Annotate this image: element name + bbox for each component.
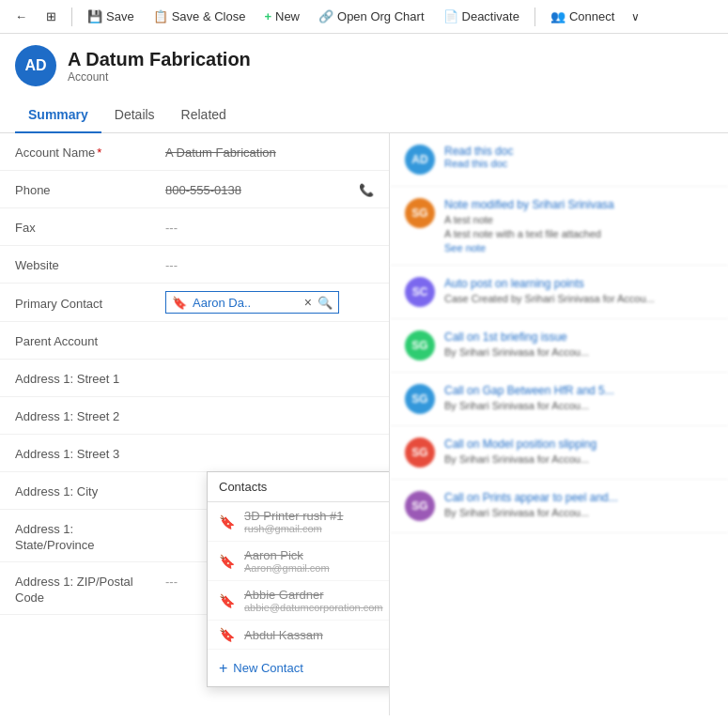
activity-content-0: Read this doc Read this doc — [444, 145, 713, 169]
form-panel: Account Name* A Datum Fabrication Phone … — [0, 133, 390, 715]
primary-contact-lookup[interactable]: 🔖 Aaron Da.. × 🔍 — [165, 291, 339, 314]
contact-item-1[interactable]: 🔖 Aaron Pick Aaron@gmail.com ∨ — [208, 542, 390, 581]
value-address-street3[interactable] — [165, 442, 374, 447]
contact-lookup-dropdown: Contacts Recent records 🔖 3D Printer rus… — [207, 471, 390, 687]
label-primary-contact: Primary Contact — [15, 292, 165, 313]
connect-button[interactable]: 👥 Connect — [543, 6, 622, 27]
save-close-button[interactable]: 📋 Save & Close — [146, 6, 254, 27]
new-button[interactable]: + New — [256, 6, 307, 27]
activity-content-6: Call on Prints appear to peel and... By … — [444, 491, 713, 520]
activity-item-1: SG Note modified by Srihari Srinivasa A … — [390, 187, 728, 266]
value-address-street1[interactable] — [165, 367, 374, 372]
save-button[interactable]: 💾 Save — [80, 6, 142, 27]
activity-sub-2: Case Created by Srihari Srinivasa for Ac… — [444, 292, 713, 306]
label-address-street3: Address 1: Street 3 — [15, 442, 165, 463]
main-content: Account Name* A Datum Fabrication Phone … — [0, 133, 728, 715]
more-actions-button[interactable]: ∨ — [626, 7, 645, 27]
value-account-name[interactable]: A Datum Fabrication — [165, 141, 374, 160]
activity-link-0[interactable]: Read this doc — [444, 158, 713, 169]
contact-icon-1: 🔖 — [219, 554, 235, 569]
activity-title-4: Call on Gap Between HfR and 5... — [444, 384, 713, 397]
activity-title-6: Call on Prints appear to peel and... — [444, 491, 713, 504]
value-address-street2[interactable] — [165, 405, 374, 409]
activity-title-3: Call on 1st briefing issue — [444, 330, 713, 344]
contact-item-2[interactable]: 🔖 Abbie Gardner abbie@datumcorporation.c… — [208, 581, 390, 621]
connect-icon: 👥 — [550, 9, 565, 23]
activity-item-6: SG Call on Prints appear to peel and... … — [390, 480, 728, 533]
label-website: Website — [15, 253, 165, 274]
plus-icon: + — [219, 660, 227, 677]
entity-type: Account — [68, 70, 251, 84]
activity-avatar-2: SC — [405, 277, 435, 307]
contact-info-1: Aaron Pick Aaron@gmail.com — [244, 548, 390, 574]
field-primary-contact: Primary Contact 🔖 Aaron Da.. × 🔍 — [0, 284, 389, 322]
back-button[interactable]: ← — [8, 6, 35, 27]
entity-name: A Datum Fabrication — [68, 49, 251, 70]
contact-icon-3: 🔖 — [219, 627, 235, 642]
lookup-selected-value: Aaron Da.. — [193, 296, 299, 310]
contact-sub-0: rush@gmail.com — [244, 523, 390, 534]
clear-lookup-button[interactable]: × — [304, 295, 312, 310]
activity-item-0: AD Read this doc Read this doc — [390, 133, 728, 187]
field-address-street2: Address 1: Street 2 — [0, 397, 389, 435]
value-website[interactable]: --- — [165, 253, 374, 272]
separator-1 — [71, 8, 72, 26]
label-parent-account: Parent Account — [15, 330, 165, 350]
contact-icon-2: 🔖 — [219, 593, 235, 608]
header-info: A Datum Fabrication Account — [68, 49, 251, 84]
label-address-state: Address 1: State/Province — [15, 517, 165, 554]
layout-button[interactable]: ⊞ — [39, 6, 64, 27]
new-contact-button[interactable]: + New Contact — [219, 660, 303, 677]
save-close-icon: 📋 — [153, 9, 168, 23]
activity-content-3: Call on 1st briefing issue By Srihari Sr… — [444, 330, 713, 360]
deactivate-button[interactable]: 📄 Deactivate — [436, 6, 527, 27]
value-phone[interactable]: 800-555-0138 📞 — [165, 178, 374, 197]
chevron-down-icon: ∨ — [631, 10, 640, 23]
activity-avatar-6: SG — [405, 491, 435, 521]
required-indicator: * — [97, 146, 101, 160]
contact-sub-2: abbie@datumcorporation.com — [244, 602, 390, 613]
contact-name-0: 3D Printer rush #1 — [244, 509, 390, 523]
field-website: Website --- — [0, 246, 389, 284]
contact-item-3[interactable]: 🔖 Abdul Kassam ∨ — [208, 621, 390, 650]
entity-header: AD A Datum Fabrication Account — [0, 34, 728, 98]
contact-name-1: Aaron Pick — [244, 548, 390, 562]
activity-content-2: Auto post on learning points Case Create… — [444, 277, 713, 306]
dropdown-footer: + New Contact Advanced lookup — [208, 650, 390, 686]
contact-info-2: Abbie Gardner abbie@datumcorporation.com — [244, 588, 390, 613]
field-fax: Fax --- — [0, 208, 389, 246]
org-chart-button[interactable]: 🔗 Open Org Chart — [311, 6, 432, 27]
activity-title-1: Note modified by Srihari Srinivasa — [444, 198, 713, 211]
dropdown-header: Contacts Recent records — [208, 472, 390, 502]
new-icon: + — [264, 9, 271, 23]
field-address-street3: Address 1: Street 3 — [0, 435, 389, 472]
activity-avatar-1: SG — [405, 198, 435, 228]
tab-related[interactable]: Related — [168, 98, 240, 133]
label-account-name: Account Name* — [15, 141, 165, 161]
contact-item-0[interactable]: 🔖 3D Printer rush #1 rush@gmail.com ∨ — [208, 502, 390, 542]
activity-sub-3: By Srihari Srinivasa for Accou... — [444, 345, 713, 360]
label-phone: Phone — [15, 178, 165, 199]
field-phone: Phone 800-555-0138 📞 — [0, 171, 389, 208]
activity-avatar-0: AD — [405, 145, 435, 175]
activity-sub-5: By Srihari Srinivasa for Accou... — [444, 453, 713, 467]
activity-content-5: Call on Model position slipping By Sriha… — [444, 437, 713, 467]
label-address-street2: Address 1: Street 2 — [15, 405, 165, 425]
activity-item-3: SG Call on 1st briefing issue By Srihari… — [390, 319, 728, 373]
activity-sub-6: By Srihari Srinivasa for Accou... — [444, 506, 713, 520]
activity-avatar-4: SG — [405, 384, 435, 414]
field-account-name: Account Name* A Datum Fabrication — [0, 133, 389, 171]
search-lookup-button[interactable]: 🔍 — [318, 296, 333, 310]
activity-sub-4: By Srihari Srinivasa for Accou... — [444, 399, 713, 413]
contact-icon-0: 🔖 — [219, 514, 235, 529]
value-parent-account[interactable] — [165, 330, 374, 334]
activity-link-1[interactable]: See note — [444, 242, 713, 253]
activity-title-0: Read this doc — [444, 145, 713, 158]
tab-summary[interactable]: Summary — [15, 98, 101, 133]
value-fax[interactable]: --- — [165, 216, 374, 235]
activity-title-5: Call on Model position slipping — [444, 437, 713, 451]
lookup-entity-icon: 🔖 — [172, 296, 187, 310]
contact-info-0: 3D Printer rush #1 rush@gmail.com — [244, 509, 390, 534]
field-parent-account: Parent Account — [0, 322, 389, 360]
tab-details[interactable]: Details — [101, 98, 168, 133]
